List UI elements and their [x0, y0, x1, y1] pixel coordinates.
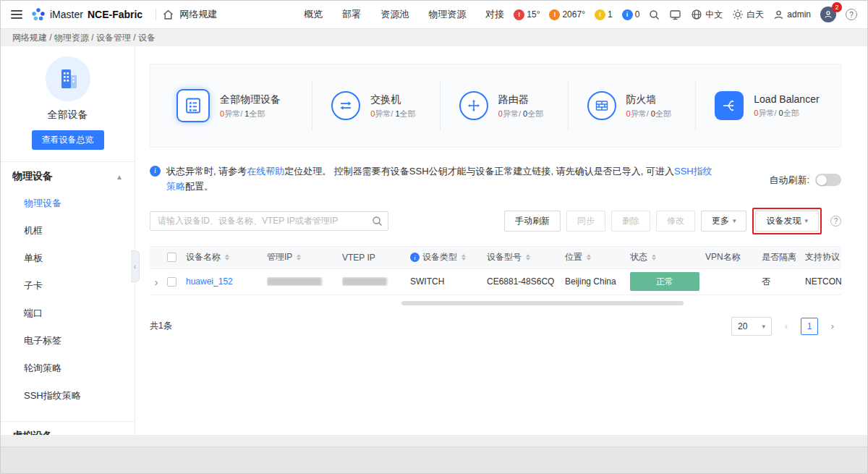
info-icon[interactable]: i [410, 253, 420, 262]
tab-switches[interactable]: 交换机 0异常/ 1全部 [312, 80, 440, 131]
tab-label: Load Balancer [754, 93, 819, 105]
toolbar: 手动刷新 同步 删除 修改 更多▾ 设备发现▾ ? [150, 208, 841, 234]
app-label: 网络规建 [179, 8, 217, 21]
alarm-minor[interactable]: ! 1 [595, 9, 613, 20]
header-status[interactable]: 状态 [630, 251, 705, 263]
theme-switcher[interactable]: 白天 [732, 9, 764, 21]
sort-icon[interactable] [225, 254, 229, 261]
online-help-link[interactable]: 在线帮助 [247, 166, 284, 177]
notice-part1: 状态异常时, 请参考 [166, 166, 247, 177]
nav-item-overview[interactable]: 概览 [304, 8, 323, 21]
tab-counts: 0异常/ 0全部 [498, 109, 543, 118]
user-menu[interactable]: admin [773, 9, 811, 20]
toggle-knob [817, 175, 827, 185]
header-protocol[interactable]: 支持协议 [805, 251, 841, 263]
sidebar-item-ssh-fingerprint[interactable]: SSH指纹策略 [1, 382, 135, 410]
tab-load-balancers[interactable]: Load Balancer 0异常/ 0全部 [695, 80, 823, 131]
header-label: 设备类型 [422, 251, 457, 263]
major-alarm-count: 2067° [562, 9, 585, 20]
header-vtep-ip[interactable]: VTEP IP [342, 253, 410, 263]
search-icon[interactable] [372, 216, 383, 227]
language-switcher[interactable]: 中文 [691, 9, 723, 21]
sidebar-item-port[interactable]: 端口 [1, 300, 135, 327]
app-switcher[interactable]: 网络规建 [162, 8, 217, 21]
select-all-checkbox[interactable] [167, 253, 176, 262]
header-device-model[interactable]: 设备型号 [487, 251, 565, 263]
main-content: 全部物理设备 0异常/ 1全部 [135, 46, 867, 435]
search-icon[interactable] [649, 9, 660, 20]
sidebar-item-board[interactable]: 单板 [1, 245, 135, 272]
row-checkbox[interactable] [167, 277, 176, 287]
sidebar-item-elabel[interactable]: 电子标签 [1, 327, 135, 355]
device-discovery-button[interactable]: 设备发现▾ [755, 211, 819, 232]
sort-icon[interactable] [526, 254, 530, 261]
nav-item-interconnect[interactable]: 对接 [485, 8, 504, 21]
manual-refresh-button[interactable]: 手动刷新 [504, 211, 561, 232]
section-virtual-label: 虚拟设备 [12, 430, 53, 435]
sidebar-collapse-handle[interactable]: ‹ [131, 250, 140, 282]
sidebar-item-chassis[interactable]: 机框 [1, 217, 135, 245]
header-location[interactable]: 位置 [565, 251, 630, 263]
device-type-cell: SWITCH [410, 276, 487, 287]
blurred-vtep-ip [342, 277, 387, 286]
sort-icon[interactable] [461, 254, 466, 261]
delete-button[interactable]: 删除 [611, 211, 650, 232]
abnormal-suffix: 异常/ [503, 109, 521, 118]
alarm-info[interactable]: i 0 [622, 9, 640, 20]
sidebar-item-polling-policy[interactable]: 轮询策略 [1, 355, 135, 382]
header-management-ip[interactable]: 管理IP [267, 251, 342, 263]
device-type-tabs: 全部物理设备 0异常/ 1全部 [150, 64, 841, 148]
table-row[interactable]: › huawei_152 SWITCH CE6881-48S6CQ Beijin… [150, 269, 841, 295]
more-button[interactable]: 更多▾ [701, 211, 747, 232]
section-header-virtual[interactable]: 虚拟设备 ▼ [1, 422, 135, 435]
alarm-critical[interactable]: ! 15° [514, 9, 540, 20]
device-name-link[interactable]: huawei_152 [186, 276, 233, 287]
tab-all-physical-devices[interactable]: 全部物理设备 0异常/ 1全部 [168, 80, 312, 131]
current-page-button[interactable]: 1 [801, 318, 818, 335]
avatar[interactable]: 2 [820, 7, 836, 22]
nav-item-resource-pool[interactable]: 资源池 [380, 8, 409, 21]
previous-page-button[interactable]: ‹ [778, 318, 795, 335]
tab-label: 路由器 [498, 93, 529, 105]
header-device-type[interactable]: i 设备类型 [410, 251, 487, 263]
header-vpn-name[interactable]: VPN名称 [705, 251, 762, 263]
blurred-management-ip [267, 277, 322, 286]
abnormal-suffix: 异常/ [224, 109, 242, 118]
section-header-physical[interactable]: 物理设备 ▲ [1, 162, 135, 190]
sort-icon[interactable] [652, 254, 656, 261]
sidebar-item-physical-devices[interactable]: 物理设备 [1, 190, 135, 217]
hamburger-menu-icon[interactable] [11, 10, 22, 19]
sort-icon[interactable] [587, 254, 591, 261]
body-area: 全部设备 查看设备总览 物理设备 ▲ 物理设备 机框 单板 子卡 端口 电子标签… [1, 46, 867, 473]
notice-part2: 定位处理。 控制器需要有设备SSH公钥才能与设备正常建立链接, 请先确认是否已导… [284, 166, 674, 177]
table-help-icon[interactable]: ? [830, 216, 841, 227]
page-size-select[interactable]: 20 ▾ [731, 317, 772, 336]
row-expand-cell: › [150, 276, 167, 287]
sort-icon[interactable] [297, 254, 301, 261]
sync-button[interactable]: 同步 [566, 211, 605, 232]
header-device-name[interactable]: 设备名称 [186, 251, 267, 263]
nav-item-physical-resource[interactable]: 物理资源 [428, 8, 466, 21]
device-discovery-label: 设备发现 [766, 215, 801, 227]
horizontal-scrollbar[interactable] [401, 301, 684, 305]
help-icon[interactable]: ? [846, 9, 857, 20]
auto-refresh-toggle[interactable] [815, 174, 841, 186]
tab-routers[interactable]: 路由器 0异常/ 0全部 [440, 80, 568, 131]
tab-firewalls[interactable]: 防火墙 0异常/ 0全部 [568, 80, 696, 131]
modify-button[interactable]: 修改 [656, 211, 695, 232]
all-devices-tab-icon [176, 89, 210, 122]
device-overview-button[interactable]: 查看设备总览 [32, 130, 104, 150]
search-input[interactable] [150, 211, 388, 231]
alarm-major[interactable]: ! 2067° [549, 9, 585, 20]
status-notice: i 状态异常时, 请参考在线帮助定位处理。 控制器需要有设备SSH公钥才能与设备… [150, 164, 714, 195]
sidebar-item-subcard[interactable]: 子卡 [1, 272, 135, 300]
nav-item-deploy[interactable]: 部署 [342, 8, 361, 21]
vtep-ip-cell [342, 277, 410, 286]
all-devices-icon [46, 56, 90, 101]
expand-row-icon[interactable]: › [155, 276, 158, 287]
breadcrumb-path[interactable]: 网络规建 / 物理资源 / 设备管理 / 设备 [12, 32, 156, 44]
next-page-button[interactable]: › [824, 318, 841, 335]
language-label: 中文 [705, 9, 723, 21]
console-icon[interactable] [669, 9, 681, 21]
header-isolated[interactable]: 是否隔离 [762, 251, 805, 263]
